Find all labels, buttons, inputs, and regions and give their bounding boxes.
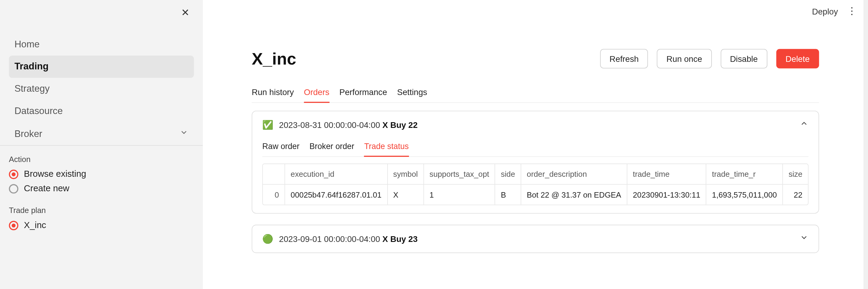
col-execution-id: execution_id	[285, 164, 387, 184]
tab-run-history[interactable]: Run history	[252, 84, 294, 102]
cell-trade-time-r: 1,693,575,011,000	[706, 184, 783, 205]
subtab-broker-order[interactable]: Broker order	[310, 139, 354, 156]
main: Deploy ⋮ X_inc Refresh Run once Disable …	[203, 0, 868, 289]
col-trade-time: trade_time	[627, 164, 706, 184]
run-once-button[interactable]: Run once	[657, 49, 712, 68]
sidebar-item-strategy[interactable]: Strategy	[9, 78, 194, 100]
sidebar-item-datasource[interactable]: Datasource	[9, 100, 194, 122]
main-tabs: Run history Orders Performance Settings	[252, 84, 819, 103]
table-row: 0 00025b47.64f16287.01.01 X 1 B Bot 22 @…	[263, 184, 808, 205]
topbar: Deploy ⋮	[203, 0, 868, 22]
col-index	[263, 164, 285, 184]
sidebar-item-label: Datasource	[14, 106, 63, 117]
order-card-header[interactable]: 🟢 2023-09-01 00:00:00-04:00 X Buy 23	[262, 233, 808, 245]
radio-create-new[interactable]: Create new	[9, 183, 194, 193]
radio-tradeplan-x-inc[interactable]: X_inc	[9, 220, 194, 230]
tab-performance[interactable]: Performance	[339, 84, 387, 102]
deploy-link[interactable]: Deploy	[812, 6, 838, 16]
tab-settings[interactable]: Settings	[397, 84, 427, 102]
cell-execution-id: 00025b47.64f16287.01.01	[285, 184, 387, 205]
page-title: X_inc	[252, 49, 296, 68]
chevron-down-icon	[180, 128, 188, 140]
sidebar-item-broker[interactable]: Broker	[9, 122, 194, 145]
radio-label: X_inc	[24, 220, 46, 230]
cell-index: 0	[263, 184, 285, 205]
radio-icon	[9, 184, 18, 193]
order-subtabs: Raw order Broker order Trade status	[262, 139, 808, 157]
order-timestamp: 2023-08-31 00:00:00-04:00	[279, 120, 380, 129]
refresh-button[interactable]: Refresh	[600, 49, 648, 68]
cell-size: 22	[783, 184, 808, 205]
col-size: size	[783, 164, 808, 184]
tradeplan-section-label: Trade plan	[9, 206, 194, 214]
action-section-label: Action	[9, 155, 194, 164]
cell-trade-time: 20230901-13:30:11	[627, 184, 706, 205]
subtab-raw-order[interactable]: Raw order	[262, 139, 299, 156]
kebab-menu-icon[interactable]: ⋮	[847, 6, 857, 16]
col-order-description: order_description	[521, 164, 627, 184]
sidebar-nav: Home Trading Strategy Datasource Broker	[0, 33, 203, 145]
col-trade-time-r: trade_time_r	[706, 164, 783, 184]
order-card-title: ✅ 2023-08-31 00:00:00-04:00 X Buy 22	[262, 119, 417, 130]
scrollbar-track[interactable]	[864, 0, 868, 289]
order-card-title: 🟢 2023-09-01 00:00:00-04:00 X Buy 23	[262, 233, 417, 244]
trade-status-table: execution_id symbol supports_tax_opt sid…	[262, 164, 808, 205]
order-timestamp: 2023-09-01 00:00:00-04:00	[279, 234, 380, 243]
order-summary: X Buy 23	[382, 234, 418, 243]
cell-side: B	[495, 184, 521, 205]
page-header: X_inc Refresh Run once Disable Delete	[252, 49, 819, 68]
close-icon[interactable]: ✕	[181, 7, 194, 19]
cell-supports-tax-opt: 1	[424, 184, 495, 205]
cell-order-description: Bot 22 @ 31.37 on EDGEA	[521, 184, 627, 205]
sidebar-item-label: Home	[14, 39, 40, 50]
sidebar-item-label: Strategy	[14, 84, 50, 95]
check-icon: ✅	[262, 120, 273, 129]
col-side: side	[495, 164, 521, 184]
table-header-row: execution_id symbol supports_tax_opt sid…	[263, 164, 808, 184]
tab-orders[interactable]: Orders	[304, 84, 330, 102]
radio-label: Create new	[24, 183, 69, 193]
cell-symbol: X	[387, 184, 424, 205]
sidebar-item-trading[interactable]: Trading	[9, 56, 194, 78]
radio-label: Browse existing	[24, 169, 86, 179]
radio-browse-existing[interactable]: Browse existing	[9, 169, 194, 179]
sidebar: ✕ Home Trading Strategy Datasource Broke…	[0, 0, 203, 289]
chevron-up-icon	[800, 119, 808, 131]
order-card-header[interactable]: ✅ 2023-08-31 00:00:00-04:00 X Buy 22	[262, 119, 808, 131]
order-summary: X Buy 22	[382, 120, 418, 129]
sidebar-item-label: Broker	[14, 128, 42, 139]
order-card-1: ✅ 2023-08-31 00:00:00-04:00 X Buy 22 Raw…	[252, 111, 819, 213]
header-actions: Refresh Run once Disable Delete	[600, 49, 819, 68]
col-symbol: symbol	[387, 164, 424, 184]
radio-icon	[9, 221, 18, 230]
sidebar-item-label: Trading	[14, 61, 49, 73]
sidebar-item-home[interactable]: Home	[9, 33, 194, 56]
col-supports-tax-opt: supports_tax_opt	[424, 164, 495, 184]
delete-button[interactable]: Delete	[776, 49, 819, 68]
chevron-down-icon	[800, 233, 808, 245]
green-circle-icon: 🟢	[262, 234, 273, 243]
disable-button[interactable]: Disable	[721, 49, 767, 68]
subtab-trade-status[interactable]: Trade status	[364, 139, 409, 156]
order-card-2: 🟢 2023-09-01 00:00:00-04:00 X Buy 23	[252, 225, 819, 253]
radio-icon	[9, 169, 18, 179]
